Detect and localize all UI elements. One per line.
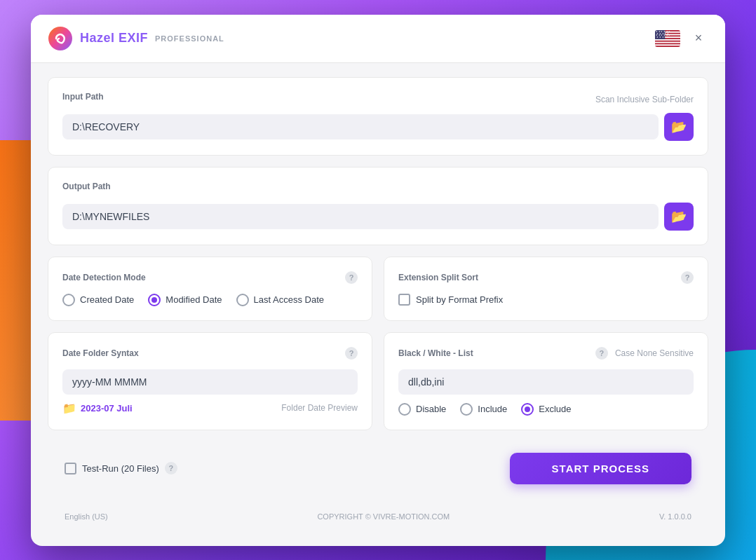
svg-text:★ ★ ★ ★ ★: ★ ★ ★ ★ ★ (656, 35, 669, 38)
output-path-field[interactable] (62, 204, 659, 229)
svg-point-0 (48, 27, 72, 50)
folder-preview-row: 📁 2023-07 Juli Folder Date Preview (62, 402, 358, 415)
app-logo (48, 26, 73, 51)
radio-created-circle (62, 294, 75, 306)
pro-badge: PROFESSIONAL (155, 34, 224, 43)
close-button[interactable]: × (689, 29, 708, 48)
radio-include-circle (460, 403, 473, 416)
bw-list-header: Black / White - List ? Case None Sensiti… (398, 347, 694, 360)
footer-language: English (US) (65, 512, 108, 521)
radio-include[interactable]: Include (460, 403, 507, 416)
radio-created-date[interactable]: Created Date (62, 294, 134, 306)
split-by-format-label: Split by Format Prefix (416, 294, 503, 305)
bw-list-title: Black / White - List (398, 348, 473, 358)
folder-preview-text: 2023-07 Juli (81, 403, 133, 414)
radio-created-label: Created Date (80, 294, 134, 305)
date-detection-section: Date Detection Mode ? Created Date (48, 257, 372, 321)
extension-split-title: Extension Split Sort (398, 273, 478, 282)
date-folder-section: Date Folder Syntax ? 📁 2023-07 Juli Fold… (48, 332, 372, 430)
case-sensitive-label: Case None Sensitive (615, 348, 694, 358)
test-run-help-icon[interactable]: ? (165, 462, 177, 474)
folder-preview-icon: 📁 (62, 402, 76, 415)
date-folder-header: Date Folder Syntax ? (62, 347, 358, 360)
radio-exclude[interactable]: Exclude (521, 403, 571, 416)
output-path-label: Output Path (62, 182, 111, 191)
folder-preview-left: 📁 2023-07 Juli (62, 402, 133, 415)
bw-list-input[interactable] (398, 369, 694, 395)
radio-modified-dot (151, 297, 157, 303)
input-path-label: Input Path (62, 92, 104, 102)
radio-disable-label: Disable (416, 404, 446, 414)
radio-modified-date[interactable]: Modified Date (148, 294, 222, 306)
radio-disable[interactable]: Disable (398, 403, 446, 416)
svg-rect-6 (655, 41, 680, 43)
radio-exclude-circle (521, 403, 534, 416)
input-path-section: Input Path Scan Inclusive Sub-Folder 📂 (48, 77, 708, 156)
svg-rect-7 (655, 44, 680, 46)
bottom-bar: Test-Run (20 Files) ? START PROCESS (48, 442, 708, 496)
footer-copyright: COPYRIGHT © VIVRE-MOTION.COM (317, 512, 450, 521)
extension-split-help-icon[interactable]: ? (681, 271, 694, 284)
footer: English (US) COPYRIGHT © VIVRE-MOTION.CO… (48, 507, 708, 532)
test-run-checkbox[interactable] (65, 463, 76, 474)
app-title: Hazel EXIF (80, 31, 148, 46)
radio-disable-circle (398, 403, 411, 416)
folder-date-preview-label: Folder Date Preview (281, 403, 358, 413)
svg-rect-5 (655, 39, 680, 40)
radio-modified-circle (148, 294, 161, 306)
input-path-field[interactable] (62, 114, 659, 139)
radio-include-label: Include (478, 404, 507, 414)
scan-inclusive-label: Scan Inclusive Sub-Folder (595, 95, 694, 104)
header: Hazel EXIF PROFESSIONAL ★ ★ ★ ★ ★ ★ ★ ★ … (31, 15, 725, 63)
radio-exclude-label: Exclude (539, 404, 571, 414)
output-path-row: 📂 (62, 203, 694, 231)
extension-split-header: Extension Split Sort ? (398, 271, 694, 284)
content-area: Input Path Scan Inclusive Sub-Folder 📂 O… (31, 63, 725, 546)
split-by-format-checkbox-box (398, 294, 410, 306)
folder-open-icon: 📂 (671, 119, 687, 135)
date-detection-radio-group: Created Date Modified Date Last Access D… (62, 294, 358, 306)
radio-last-access-date[interactable]: Last Access Date (236, 294, 324, 306)
test-run-label: Test-Run (20 Files) (82, 463, 159, 474)
flag-icon[interactable]: ★ ★ ★ ★ ★ ★ ★ ★ ★ ★ ★ ★ ★ ★ ★ ★ ★ ★ ★ ★ … (655, 30, 680, 47)
date-folder-help-icon[interactable]: ? (345, 347, 358, 360)
bw-list-radio-group: Disable Include Exclude (398, 403, 694, 416)
folder-open-icon: 📂 (671, 209, 687, 224)
date-folder-input[interactable] (62, 369, 358, 395)
input-path-row: 📂 (62, 113, 694, 141)
test-run-area: Test-Run (20 Files) ? (65, 462, 177, 474)
radio-modified-label: Modified Date (166, 294, 222, 305)
radio-last-access-circle (236, 294, 249, 306)
extension-split-section: Extension Split Sort ? Split by Format P… (384, 257, 708, 321)
bw-list-section: Black / White - List ? Case None Sensiti… (384, 332, 708, 430)
main-dialog: Hazel EXIF PROFESSIONAL ★ ★ ★ ★ ★ ★ ★ ★ … (31, 15, 725, 546)
input-path-browse-button[interactable]: 📂 (664, 113, 694, 141)
footer-version: V. 1.0.0.0 (659, 512, 691, 521)
input-path-header: Input Path Scan Inclusive Sub-Folder (62, 92, 694, 107)
output-path-header: Output Path (62, 182, 694, 197)
split-by-format-checkbox[interactable]: Split by Format Prefix (398, 294, 694, 306)
bw-list-title-row: Black / White - List ? (398, 347, 608, 360)
start-process-button[interactable]: START PROCESS (510, 453, 691, 484)
date-folder-title: Date Folder Syntax (62, 348, 139, 358)
radio-exclude-dot (525, 407, 530, 412)
header-left: Hazel EXIF PROFESSIONAL (48, 26, 224, 51)
middle-row-2: Date Folder Syntax ? 📁 2023-07 Juli Fold… (48, 332, 708, 430)
radio-last-access-label: Last Access Date (254, 294, 324, 305)
bw-list-help-icon[interactable]: ? (595, 347, 608, 360)
output-path-browse-button[interactable]: 📂 (664, 203, 694, 231)
output-path-section: Output Path 📂 (48, 167, 708, 245)
header-right: ★ ★ ★ ★ ★ ★ ★ ★ ★ ★ ★ ★ ★ ★ ★ ★ ★ ★ ★ ★ … (655, 29, 708, 48)
date-detection-header: Date Detection Mode ? (62, 271, 358, 284)
middle-row-1: Date Detection Mode ? Created Date (48, 257, 708, 321)
date-detection-title: Date Detection Mode (62, 273, 146, 282)
date-detection-help-icon[interactable]: ? (345, 271, 358, 284)
